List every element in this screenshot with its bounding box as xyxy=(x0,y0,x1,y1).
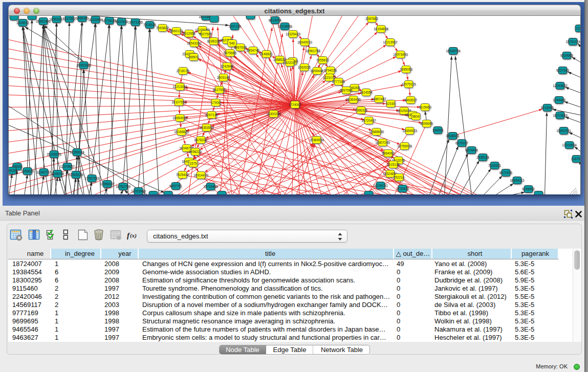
svg-text:62160: 62160 xyxy=(386,102,396,105)
svg-text:9474444: 9474444 xyxy=(465,148,478,152)
svg-text:12505135: 12505135 xyxy=(69,173,83,177)
svg-text:1527602: 1527602 xyxy=(63,17,76,20)
svg-text:10958107: 10958107 xyxy=(100,182,115,186)
svg-text:12975857: 12975857 xyxy=(60,165,75,168)
svg-text:10807487: 10807487 xyxy=(372,97,386,101)
svg-text:9463627: 9463627 xyxy=(404,98,417,102)
svg-text:2935114: 2935114 xyxy=(476,156,489,159)
svg-text:15892391: 15892391 xyxy=(556,129,571,133)
svg-text:10719185: 10719185 xyxy=(102,19,117,23)
svg-text:1724067: 1724067 xyxy=(289,103,301,106)
svg-text:18807249: 18807249 xyxy=(375,141,390,144)
svg-text:20206576: 20206576 xyxy=(47,152,61,156)
svg-text:6466160: 6466160 xyxy=(76,16,89,20)
svg-text:9245652: 9245652 xyxy=(522,187,535,191)
svg-text:164095: 164095 xyxy=(432,128,444,132)
svg-text:12093822: 12093822 xyxy=(553,84,568,87)
svg-text:13654923: 13654923 xyxy=(402,129,417,133)
svg-text:1575: 1575 xyxy=(189,162,197,165)
svg-text:3267130: 3267130 xyxy=(205,113,218,117)
svg-text:10688609: 10688609 xyxy=(369,130,384,134)
svg-text:19654935: 19654935 xyxy=(172,116,187,120)
svg-text:16107553: 16107553 xyxy=(171,100,186,104)
svg-text:18233954: 18233954 xyxy=(88,18,103,21)
svg-text:6794028: 6794028 xyxy=(324,69,337,72)
svg-text:116753: 116753 xyxy=(571,157,581,161)
svg-text:2718176: 2718176 xyxy=(177,69,189,73)
svg-text:17006: 17006 xyxy=(211,101,221,104)
svg-text:7357224: 7357224 xyxy=(228,25,241,28)
svg-text:2867608: 2867608 xyxy=(234,46,247,49)
svg-text:17957253: 17957253 xyxy=(84,177,99,180)
svg-text:16961758: 16961758 xyxy=(306,49,320,53)
svg-text:10543392: 10543392 xyxy=(187,41,202,45)
svg-text:20691406: 20691406 xyxy=(36,19,51,23)
svg-text:16154838: 16154838 xyxy=(374,27,388,31)
svg-text:1244419: 1244419 xyxy=(553,98,565,102)
svg-text:2803144: 2803144 xyxy=(217,76,230,79)
svg-text:15716485: 15716485 xyxy=(203,185,218,188)
svg-text:10654112: 10654112 xyxy=(510,179,525,182)
svg-text:9457791: 9457791 xyxy=(169,184,182,188)
svg-text:1822037: 1822037 xyxy=(284,61,296,64)
svg-text:20364436: 20364436 xyxy=(346,98,361,101)
svg-text:7625402: 7625402 xyxy=(176,173,189,177)
svg-text:12975115: 12975115 xyxy=(402,82,416,86)
svg-text:16914479: 16914479 xyxy=(193,173,208,177)
svg-text:8186328: 8186328 xyxy=(207,39,220,43)
svg-text:16210643: 16210643 xyxy=(553,114,568,117)
svg-text:9777169: 9777169 xyxy=(332,80,345,83)
svg-text:14353594: 14353594 xyxy=(199,126,214,129)
svg-text:7632621: 7632621 xyxy=(488,164,501,167)
svg-text:9637814: 9637814 xyxy=(115,20,128,24)
svg-text:13325419: 13325419 xyxy=(286,32,300,36)
svg-text:10553267: 10553267 xyxy=(49,17,64,21)
svg-text:8938923: 8938923 xyxy=(446,134,459,138)
svg-text:8471676: 8471676 xyxy=(499,171,512,174)
svg-text:7663822: 7663822 xyxy=(156,26,169,30)
svg-text:7955812: 7955812 xyxy=(316,58,329,62)
svg-text:12213967: 12213967 xyxy=(383,40,398,44)
svg-text:9115460: 9115460 xyxy=(419,105,431,109)
svg-text:1824554: 1824554 xyxy=(360,91,373,94)
svg-text:1405572: 1405572 xyxy=(16,21,29,25)
svg-text:1615132: 1615132 xyxy=(387,163,400,166)
svg-text:8660123: 8660123 xyxy=(170,29,183,33)
svg-text:1112: 1112 xyxy=(576,27,581,30)
svg-text:10671355: 10671355 xyxy=(128,20,143,24)
svg-text:8454749: 8454749 xyxy=(247,49,259,52)
svg-text:1498222: 1498222 xyxy=(189,150,202,154)
svg-text:7515526: 7515526 xyxy=(143,23,156,27)
svg-text:16782759: 16782759 xyxy=(116,185,130,188)
svg-text:20053346: 20053346 xyxy=(76,63,91,67)
svg-text:(x): (x) xyxy=(130,232,137,239)
svg-text:19218506: 19218506 xyxy=(277,25,292,28)
svg-text:12213363: 12213363 xyxy=(172,85,187,89)
svg-text:16640910: 16640910 xyxy=(297,40,312,44)
svg-text:9884067: 9884067 xyxy=(382,151,395,155)
svg-text:12923448: 12923448 xyxy=(131,189,146,193)
svg-text:7485063: 7485063 xyxy=(400,68,412,71)
svg-text:8215958: 8215958 xyxy=(541,106,554,110)
svg-text:9804: 9804 xyxy=(412,115,420,118)
svg-text:17359924: 17359924 xyxy=(70,150,84,154)
svg-text:9327505: 9327505 xyxy=(199,32,212,36)
svg-text:15751074: 15751074 xyxy=(565,40,580,43)
svg-text:16648784: 16648784 xyxy=(446,49,461,53)
svg-text:8912954: 8912954 xyxy=(183,32,195,35)
svg-text:546: 546 xyxy=(229,41,235,45)
svg-text:10973493: 10973493 xyxy=(393,53,408,56)
svg-text:39193: 39193 xyxy=(9,169,17,172)
svg-text:252214: 252214 xyxy=(394,176,405,179)
svg-text:1362615: 1362615 xyxy=(298,65,311,69)
svg-text:12342737: 12342737 xyxy=(36,170,51,174)
svg-text:19384554: 19384554 xyxy=(309,138,324,142)
svg-text:15720407: 15720407 xyxy=(361,119,376,122)
svg-text:9899695: 9899695 xyxy=(420,122,433,125)
svg-text:8990448: 8990448 xyxy=(311,69,323,73)
svg-text:1145194: 1145194 xyxy=(51,172,64,176)
svg-text:7386322: 7386322 xyxy=(355,108,367,112)
svg-text:2087682: 2087682 xyxy=(365,17,378,20)
svg-text:8427552: 8427552 xyxy=(213,88,226,92)
svg-text:2242848: 2242848 xyxy=(221,64,233,68)
